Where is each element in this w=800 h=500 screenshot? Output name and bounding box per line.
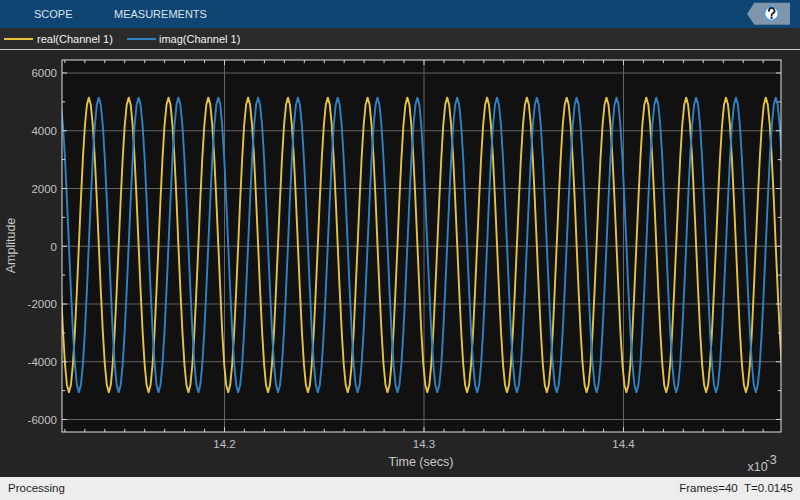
svg-text:Time (secs): Time (secs)	[389, 455, 454, 469]
svg-text:-6000: -6000	[28, 414, 57, 426]
svg-text:14.4: 14.4	[612, 438, 635, 450]
svg-text:-2000: -2000	[28, 298, 57, 310]
svg-text:2000: 2000	[31, 183, 57, 195]
svg-text:Amplitude: Amplitude	[4, 218, 18, 274]
svg-text:14.2: 14.2	[213, 438, 235, 450]
svg-text:4000: 4000	[31, 125, 57, 137]
svg-text:14.3: 14.3	[413, 438, 435, 450]
svg-text:-4000: -4000	[28, 356, 57, 368]
svg-text:0: 0	[51, 241, 57, 253]
svg-text:6000: 6000	[31, 67, 57, 79]
svg-text:-3: -3	[766, 453, 777, 467]
